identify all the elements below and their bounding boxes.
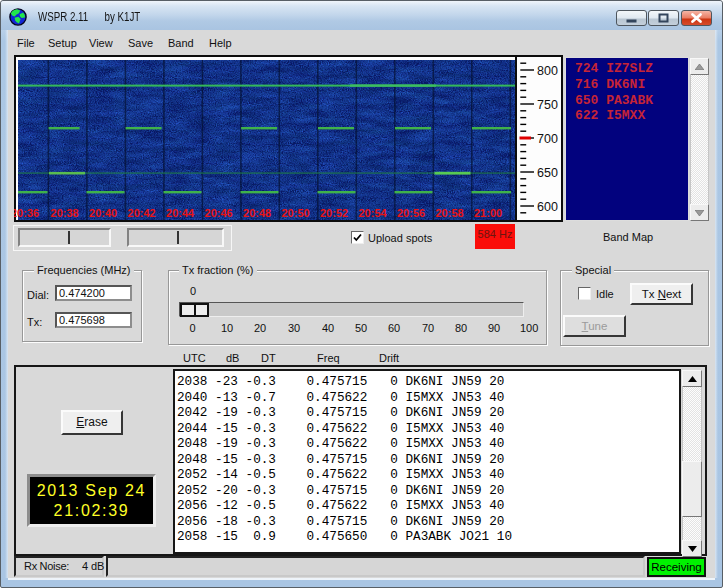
svg-text:600: 600: [537, 200, 558, 214]
svg-text:20:36: 20:36: [14, 207, 39, 219]
svg-text:700: 700: [537, 132, 558, 146]
svg-text:750: 750: [537, 98, 558, 112]
svg-text:800: 800: [537, 64, 558, 78]
svg-text:20:52: 20:52: [320, 207, 348, 219]
svg-text:650: 650: [537, 166, 558, 180]
svg-text:20:46: 20:46: [205, 207, 233, 219]
svg-text:20:42: 20:42: [128, 207, 156, 219]
svg-text:20:58: 20:58: [436, 207, 464, 219]
svg-text:20:50: 20:50: [282, 207, 310, 219]
svg-text:20:54: 20:54: [359, 207, 388, 219]
svg-text:20:56: 20:56: [397, 207, 425, 219]
svg-text:20:38: 20:38: [51, 207, 79, 219]
svg-text:20:48: 20:48: [243, 207, 271, 219]
svg-text:20:44: 20:44: [166, 207, 195, 219]
svg-text:20:40: 20:40: [89, 207, 117, 219]
svg-text:21:00: 21:00: [474, 207, 502, 219]
